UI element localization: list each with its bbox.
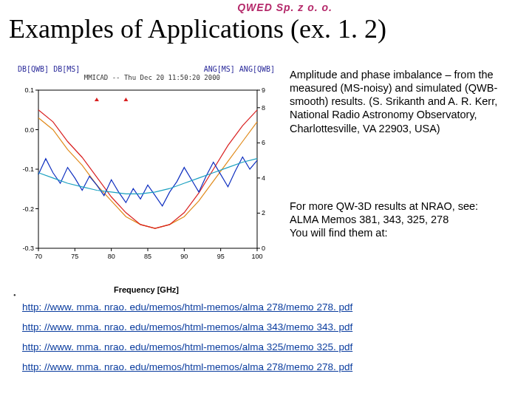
brand-logo: QWED Sp. z o. o. (237, 1, 332, 13)
chart-header-left: DB[QWB] DB[MS] (18, 65, 80, 73)
svg-text:9: 9 (262, 86, 265, 94)
svg-text:-0.3: -0.3 (22, 245, 34, 252)
svg-text:0.1: 0.1 (24, 86, 34, 94)
svg-text:80: 80 (108, 253, 115, 260)
svg-text:0: 0 (262, 245, 265, 252)
svg-text:0.0: 0.0 (24, 126, 34, 134)
description-2: For more QW-3D results at NRAO, see: ALM… (290, 200, 519, 239)
link-list: http: //www. mma. nrao. edu/memos/html-m… (22, 301, 517, 381)
chart-svg: 707580859095100-0.3-0.2-0.10.00.1024689 (13, 84, 279, 269)
svg-text:100: 100 (251, 253, 262, 260)
svg-text:85: 85 (144, 253, 151, 260)
svg-text:8: 8 (262, 104, 265, 112)
bullet-icon: ● (13, 293, 16, 297)
svg-text:6: 6 (262, 139, 265, 146)
svg-text:90: 90 (180, 253, 188, 260)
svg-text:75: 75 (71, 253, 78, 260)
chart-figure: DB[QWB] DB[MS] ANG[MS] ANG[QWB] MMICAD -… (13, 65, 279, 294)
chart-header-right: ANG[MS] ANG[QWB] (204, 65, 275, 73)
svg-text:-0.2: -0.2 (22, 205, 34, 213)
page-title: Examples of Applications (ex. 1. 2) (9, 13, 523, 44)
description-1: Amplitude and phase imbalance – from the… (290, 68, 519, 135)
memo-link[interactable]: http: //www. mma. nrao. edu/memos/html-m… (22, 361, 517, 372)
memo-link[interactable]: http: //www. mma. nrao. edu/memos/html-m… (22, 341, 517, 352)
chart-header-date: MMICAD -- Thu Dec 20 11:50:20 2000 (84, 74, 220, 81)
svg-text:-0.1: -0.1 (22, 166, 34, 173)
svg-text:4: 4 (262, 174, 265, 182)
chart-xlabel: Frequency [GHz] (13, 285, 279, 294)
svg-text:95: 95 (217, 253, 225, 260)
memo-link[interactable]: http: //www. mma. nrao. edu/memos/html-m… (22, 321, 517, 332)
svg-text:70: 70 (35, 253, 42, 260)
svg-text:2: 2 (262, 209, 265, 216)
memo-link[interactable]: http: //www. mma. nrao. edu/memos/html-m… (22, 301, 517, 313)
